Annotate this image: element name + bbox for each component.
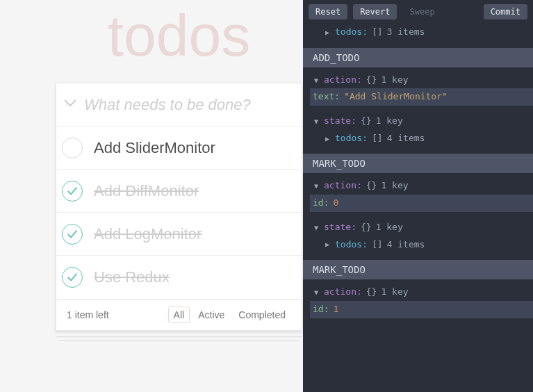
caret-down-icon: ▼ (313, 115, 320, 128)
caret-down-icon: ▼ (313, 286, 320, 299)
tree-meta: 3 items (387, 24, 425, 41)
tree-row[interactable]: ▼ state: {} 1 key (313, 219, 525, 236)
caret-right-icon: ▶ (324, 238, 331, 251)
todo-label: Use Redux (94, 268, 170, 286)
todo-label: Add DiffMonitor (94, 182, 199, 200)
commit-button[interactable]: Commit (484, 4, 527, 19)
todo-item: Add LogMonitor (56, 213, 302, 256)
tree-key: id: (313, 301, 329, 318)
todo-label: Add LogMonitor (94, 225, 202, 243)
braces-icon: {} (361, 113, 372, 130)
todo-list: Add SliderMonitor Add DiffMonitor Add Lo… (56, 126, 302, 299)
braces-icon: {} (361, 219, 372, 236)
log-entry: MARK_TODO ▼ action: {} 1 key id: 0 ▼ sta… (303, 154, 533, 260)
tree-meta: 1 key (381, 72, 408, 89)
devtools-toolbar: Reset Revert Sweep Commit (303, 0, 533, 24)
log-entry: MARK_TODO ▼ action: {} 1 key id: 1 (303, 260, 533, 325)
caret-down-icon: ▼ (313, 179, 320, 193)
devtools-panel: Reset Revert Sweep Commit ▶ todos: [] 3 … (303, 0, 533, 392)
brackets-icon: [] (372, 236, 383, 254)
tree-row[interactable]: ▼ action: {} 1 key (313, 177, 525, 195)
tree-key: todos: (335, 130, 368, 147)
new-todo-input[interactable] (84, 85, 302, 125)
tree-key: todos: (335, 24, 368, 41)
tree-meta: 1 key (381, 284, 408, 301)
tree-row[interactable]: text: "Add SliderMonitor" (310, 88, 533, 106)
tree-row[interactable]: ▶ todos: [] 4 items (313, 130, 525, 147)
tree-key: todos: (335, 236, 368, 254)
tree-meta: 4 items (387, 130, 425, 147)
log-entry-partial: ▶ todos: [] 3 items (303, 24, 533, 48)
filter-group: All Active Completed (168, 307, 291, 323)
brackets-icon: [] (372, 130, 383, 147)
log-entry: ADD_TODO ▼ action: {} 1 key text: "Add S… (303, 48, 533, 154)
items-left-count: 1 item left (67, 309, 109, 320)
caret-right-icon: ▶ (324, 132, 331, 145)
filter-all[interactable]: All (168, 307, 190, 323)
tree-value: 1 (333, 301, 338, 318)
action-type-header[interactable]: ADD_TODO (303, 48, 533, 67)
braces-icon: {} (366, 177, 377, 195)
tree-value: "Add SliderMonitor" (344, 88, 448, 106)
tree-meta: 4 items (387, 236, 425, 254)
tree-row[interactable]: id: 0 (310, 195, 533, 212)
brackets-icon: [] (372, 24, 383, 41)
todo-app: todos Add SliderMonitor Add DiffMonitor (56, 0, 302, 331)
tree-row[interactable]: ▶ todos: [] 3 items (313, 24, 525, 41)
reset-button[interactable]: Reset (309, 4, 347, 19)
revert-button[interactable]: Revert (353, 4, 397, 19)
caret-down-icon: ▼ (313, 221, 320, 234)
tree-meta: 1 key (376, 113, 403, 130)
todo-label: Add SliderMonitor (94, 139, 215, 157)
todo-item: Use Redux (56, 256, 302, 299)
tree-key: state: (324, 219, 356, 236)
toggle-all-icon[interactable] (56, 96, 84, 114)
todo-checkbox[interactable] (62, 224, 83, 245)
tree: ▼ action: {} 1 key text: "Add SliderMoni… (303, 67, 533, 154)
tree-row[interactable]: ▼ action: {} 1 key (313, 284, 525, 301)
app-title: todos (56, 3, 302, 67)
todo-item: Add SliderMonitor (56, 126, 302, 170)
tree-value: 0 (333, 195, 338, 212)
tree-meta: 1 key (376, 219, 403, 236)
tree-key: id: (313, 195, 329, 212)
braces-icon: {} (366, 72, 377, 89)
tree-key: action: (324, 72, 362, 89)
action-type-header[interactable]: MARK_TODO (303, 260, 533, 279)
tree-row[interactable]: id: 1 (310, 301, 533, 318)
tree-row[interactable]: ▶ todos: [] 4 items (313, 236, 525, 254)
tree-key: state: (324, 113, 356, 130)
caret-down-icon: ▼ (313, 74, 320, 87)
caret-right-icon: ▶ (324, 26, 331, 39)
new-todo-row (56, 83, 302, 126)
tree-meta: 1 key (381, 177, 408, 195)
tree-key: action: (324, 177, 362, 195)
tree-key: action: (324, 284, 362, 301)
sweep-button: Sweep (402, 4, 441, 19)
tree-key: text: (313, 88, 340, 106)
todo-footer: 1 item left All Active Completed (56, 299, 302, 330)
action-type-header[interactable]: MARK_TODO (303, 154, 533, 173)
todo-item: Add DiffMonitor (56, 170, 302, 213)
todo-checkbox[interactable] (62, 181, 83, 202)
todo-checkbox[interactable] (62, 138, 83, 158)
filter-active[interactable]: Active (192, 307, 230, 323)
filter-completed[interactable]: Completed (233, 307, 291, 323)
todo-checkbox[interactable] (62, 267, 83, 288)
todo-card: Add SliderMonitor Add DiffMonitor Add Lo… (56, 83, 302, 331)
tree-row[interactable]: ▼ action: {} 1 key (313, 72, 525, 89)
tree: ▼ action: {} 1 key id: 1 (303, 279, 533, 325)
tree-row[interactable]: ▼ state: {} 1 key (313, 113, 525, 130)
braces-icon: {} (366, 284, 377, 301)
tree: ▼ action: {} 1 key id: 0 ▼ state: {} 1 k… (303, 173, 533, 260)
devtools-log[interactable]: ▶ todos: [] 3 items ADD_TODO ▼ action: {… (303, 24, 533, 325)
